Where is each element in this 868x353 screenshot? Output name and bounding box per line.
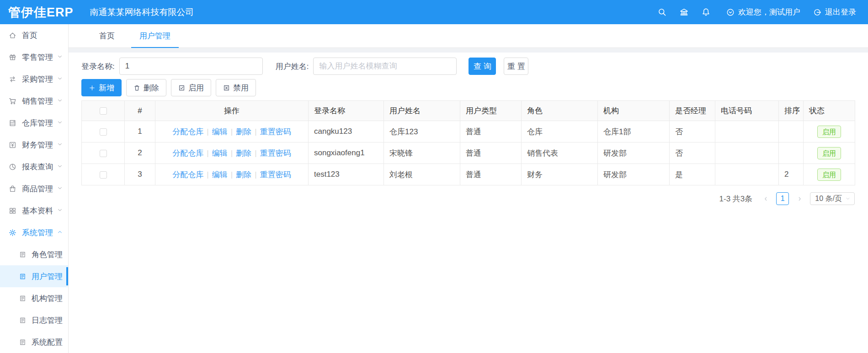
action-link-删除[interactable]: 删除 (236, 127, 251, 136)
sidebar-item-商品管理[interactable]: 商品管理 (0, 178, 68, 200)
org-cell: 仓库1部 (598, 121, 670, 142)
user-name-cell: 宋晓锋 (384, 142, 460, 164)
tab-用户管理[interactable]: 用户管理 (131, 24, 179, 47)
user-type-cell: 普通 (460, 121, 522, 142)
sidebar-item-报表查询[interactable]: 报表查询 (0, 156, 68, 178)
chevron-down-icon (57, 98, 63, 103)
row-select-cell (82, 164, 125, 185)
delete-button[interactable]: 删除 (126, 79, 166, 96)
row-checkbox[interactable] (100, 171, 107, 179)
main-area: 首页用户管理 登录名称: 用户姓名: 查 询 重 置 新增 删除 (69, 24, 868, 353)
manager-cell: 否 (670, 121, 715, 142)
action-link-删除[interactable]: 删除 (236, 170, 251, 179)
action-link-编辑[interactable]: 编辑 (212, 127, 228, 136)
filter-form: 登录名称: 用户姓名: 查 询 重 置 (81, 58, 856, 75)
chevron-down-icon (845, 196, 851, 201)
doc-icon (19, 251, 26, 258)
status-badge[interactable]: 启用 (817, 126, 841, 138)
status-cell: 启用 (804, 164, 855, 185)
status-badge[interactable]: 启用 (817, 169, 841, 181)
action-link-分配仓库[interactable]: 分配仓库 (172, 127, 203, 136)
login-name-input[interactable] (119, 58, 263, 75)
next-page-button[interactable] (793, 192, 806, 205)
login-name-cell: test123 (309, 164, 384, 185)
sidebar-item-零售管理[interactable]: 零售管理 (0, 46, 68, 68)
table-header-row: #操作登录名称用户姓名用户类型角色机构是否经理电话号码排序状态 (82, 101, 855, 121)
sidebar-item-系统管理[interactable]: 系统管理 (0, 221, 68, 243)
add-button-label: 新增 (99, 83, 114, 93)
login-name-cell: songxiaofeng1 (309, 142, 384, 164)
column-header-机构: 机构 (598, 101, 670, 121)
action-separator: | (255, 170, 256, 179)
circle-chevron-down-icon (726, 8, 735, 16)
tab-首页[interactable]: 首页 (91, 24, 123, 47)
notifications-button[interactable] (698, 5, 714, 20)
row-checkbox[interactable] (100, 150, 107, 157)
logout-button[interactable]: 退出登录 (813, 7, 856, 17)
table-row: 1分配仓库|编辑|删除|重置密码cangku123仓库123普通仓库仓库1部否启… (82, 121, 855, 142)
page-size-value: 10 条/页 (815, 194, 842, 204)
page-size-select[interactable]: 10 条/页 (810, 192, 855, 205)
search-submit-button[interactable]: 查 询 (469, 58, 496, 75)
reset-button[interactable]: 重 置 (504, 58, 528, 75)
pagination-summary: 1-3 共3条 (719, 194, 753, 204)
sidebar-item-机构管理[interactable]: 机构管理 (0, 287, 68, 309)
sidebar-item-label: 报表查询 (22, 162, 53, 172)
sidebar-item-label: 日志管理 (32, 315, 63, 326)
action-link-重置密码[interactable]: 重置密码 (260, 149, 291, 158)
action-link-分配仓库[interactable]: 分配仓库 (172, 170, 203, 179)
prev-page-button[interactable] (759, 192, 772, 205)
row-actions-cell: 分配仓库|编辑|删除|重置密码 (155, 142, 309, 164)
sidebar-item-chevron (57, 228, 63, 237)
topbar-actions: 欢迎您，测试用户 退出登录 (654, 5, 856, 20)
row-index-cell: 2 (125, 142, 155, 164)
manager-cell: 否 (670, 142, 715, 164)
row-select-cell (82, 142, 125, 164)
status-badge[interactable]: 启用 (817, 147, 841, 159)
pagination: 1-3 共3条 1 10 条/页 (81, 192, 855, 205)
sidebar-item-label: 首页 (22, 30, 37, 41)
action-link-分配仓库[interactable]: 分配仓库 (172, 149, 203, 158)
home-icon (9, 32, 16, 39)
sidebar-item-label: 机构管理 (32, 293, 63, 304)
user-menu[interactable]: 欢迎您，测试用户 (726, 7, 800, 17)
sidebar-item-销售管理[interactable]: 销售管理 (0, 90, 68, 112)
page-number-button[interactable]: 1 (776, 192, 789, 205)
sidebar-item-chevron (57, 140, 63, 149)
sort-cell (779, 121, 804, 142)
action-link-重置密码[interactable]: 重置密码 (260, 127, 291, 136)
user-type-cell: 普通 (460, 164, 522, 185)
sidebar-item-首页[interactable]: 首页 (0, 24, 68, 46)
delete-button-label: 删除 (144, 83, 159, 93)
sidebar-item-基本资料[interactable]: 基本资料 (0, 200, 68, 221)
sidebar-item-角色管理[interactable]: 角色管理 (0, 243, 68, 265)
enable-button[interactable]: 启用 (171, 79, 211, 96)
add-button[interactable]: 新增 (81, 79, 122, 96)
table-toolbar: 新增 删除 启用 禁用 (81, 79, 856, 96)
search-button[interactable] (654, 5, 670, 20)
action-link-重置密码[interactable]: 重置密码 (260, 170, 291, 179)
action-link-编辑[interactable]: 编辑 (212, 170, 228, 179)
enable-button-label: 启用 (188, 83, 204, 93)
action-link-删除[interactable]: 删除 (236, 149, 251, 158)
user-name-input[interactable] (313, 58, 457, 75)
disable-button[interactable]: 禁用 (216, 79, 256, 96)
sidebar-item-采购管理[interactable]: 采购管理 (0, 68, 68, 90)
action-link-编辑[interactable]: 编辑 (212, 149, 228, 158)
sidebar-item-仓库管理[interactable]: 仓库管理 (0, 112, 68, 134)
row-checkbox[interactable] (100, 128, 107, 136)
sidebar-item-系统配置[interactable]: 系统配置 (0, 331, 68, 353)
sidebar-item-财务管理[interactable]: 财务管理 (0, 134, 68, 156)
row-index-cell: 1 (125, 121, 155, 142)
sidebar-item-label: 采购管理 (22, 74, 53, 84)
column-header-电话号码: 电话号码 (715, 101, 779, 121)
sidebar: 首页零售管理采购管理销售管理仓库管理财务管理报表查询商品管理基本资料系统管理角色… (0, 24, 69, 353)
bank-button[interactable] (676, 5, 692, 20)
sidebar-item-chevron (57, 96, 63, 105)
select-all-checkbox[interactable] (100, 107, 107, 115)
gear-icon (9, 229, 16, 237)
org-cell: 研发部 (598, 164, 670, 185)
user-name-label: 用户姓名: (276, 61, 309, 72)
sidebar-item-日志管理[interactable]: 日志管理 (0, 309, 68, 331)
sidebar-item-用户管理[interactable]: 用户管理 (0, 265, 68, 287)
